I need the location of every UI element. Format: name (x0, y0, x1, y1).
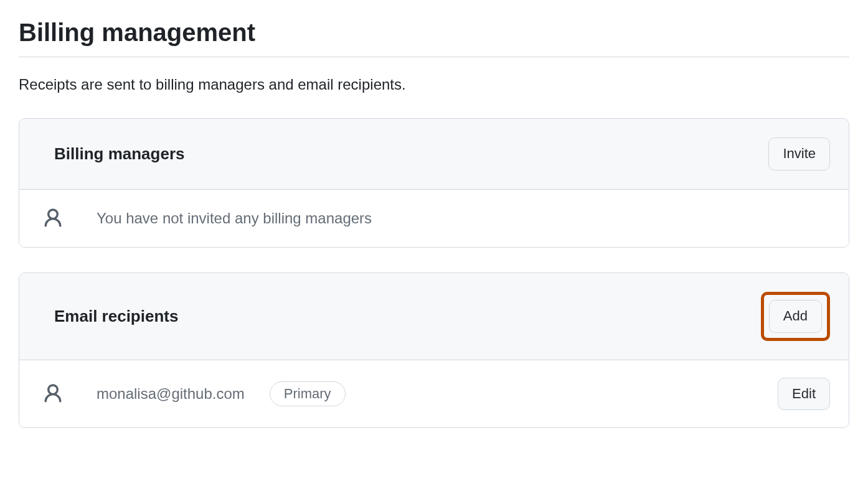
billing-managers-empty-row: You have not invited any billing manager… (19, 190, 849, 247)
primary-badge: Primary (270, 381, 346, 406)
billing-managers-empty-text: You have not invited any billing manager… (97, 210, 372, 227)
billing-managers-title: Billing managers (54, 144, 185, 164)
page-description: Receipts are sent to billing managers an… (19, 76, 849, 93)
billing-managers-header: Billing managers Invite (19, 119, 849, 190)
page-title: Billing management (19, 19, 849, 57)
add-button[interactable]: Add (769, 300, 822, 333)
billing-managers-box: Billing managers Invite You have not inv… (19, 118, 849, 248)
invite-button[interactable]: Invite (768, 138, 830, 170)
recipient-email: monalisa@github.com (97, 385, 245, 403)
email-recipients-title: Email recipients (54, 307, 178, 326)
email-recipients-header: Email recipients Add (19, 273, 849, 360)
email-recipient-row: monalisa@github.com Primary Edit (19, 360, 849, 428)
person-icon (42, 207, 64, 230)
add-button-highlight: Add (761, 292, 830, 341)
person-icon (42, 383, 64, 405)
email-recipients-box: Email recipients Add monalisa@github.com… (19, 273, 849, 429)
edit-button[interactable]: Edit (778, 378, 830, 411)
